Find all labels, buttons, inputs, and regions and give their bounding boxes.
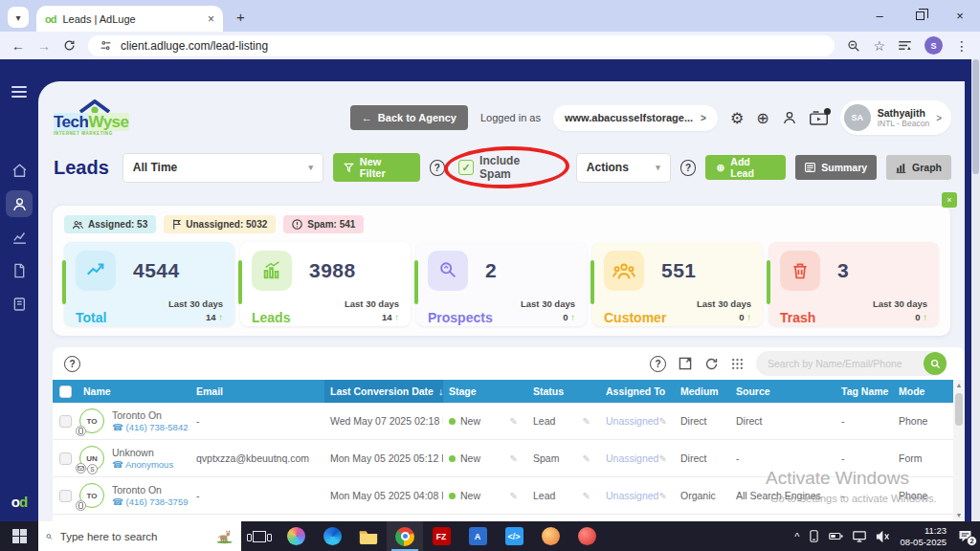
row-checkbox[interactable] — [59, 415, 72, 428]
scrollbar-thumb[interactable] — [955, 393, 963, 426]
tab-close-icon[interactable]: × — [208, 12, 214, 26]
browser-menu-icon[interactable]: ⋮ — [955, 38, 969, 54]
stat-card-trash[interactable]: 3 Trash Last 30 days0 ↑ — [768, 242, 939, 326]
taskbar-search-input[interactable] — [60, 531, 208, 542]
column-header-assigned-to[interactable]: Assigned To — [600, 386, 675, 397]
app-button-3[interactable] — [568, 521, 605, 551]
sidebar-item-documents[interactable] — [6, 257, 33, 284]
graph-button[interactable]: Graph — [886, 155, 951, 180]
browser-tab[interactable]: od Leads | AdLuge × — [36, 6, 223, 32]
edit-pencil-icon[interactable]: ✎ — [510, 416, 527, 427]
table-row[interactable]: TO Toronto On ☎ (416) 738-3759 - Mon May… — [53, 477, 965, 515]
file-explorer-button[interactable] — [350, 521, 387, 551]
expand-icon[interactable] — [679, 357, 692, 370]
scrollbar-thumb[interactable] — [972, 59, 979, 174]
floating-panel-toggle[interactable]: × — [942, 192, 957, 208]
back-to-agency-button[interactable]: ← Back to Agency — [350, 105, 468, 130]
unassigned-badge[interactable]: Unassigned: 5032 — [164, 215, 276, 233]
profile-icon[interactable] — [782, 110, 797, 125]
battery-icon[interactable] — [829, 532, 843, 540]
column-header-source[interactable]: Source — [730, 386, 835, 397]
vscode-button[interactable]: </> — [496, 521, 532, 551]
table-row[interactable]: TO Toronto On ☎ (416) 738-5842 - Wed May… — [53, 403, 965, 440]
stat-card-leads[interactable]: 3988 Leads Last 30 days14 ↑ — [240, 242, 411, 326]
reload-button[interactable] — [63, 39, 76, 52]
bookmark-star-icon[interactable]: ☆ — [873, 38, 885, 54]
summary-button[interactable]: Summary — [795, 155, 877, 180]
taskbar-clock[interactable]: 11:23 08-05-2025 — [900, 525, 947, 548]
scroll-down-icon[interactable]: ▼ — [956, 510, 963, 521]
edit-pencil-icon[interactable]: ✎ — [583, 491, 600, 501]
add-lead-button[interactable]: ⊕ Add Lead — [705, 155, 786, 180]
sidebar-item-home[interactable] — [6, 157, 33, 184]
column-header-email[interactable]: Email — [190, 386, 324, 397]
stat-card-customer[interactable]: 551 Customer Last 30 days0 ↑ — [592, 242, 763, 326]
address-bar[interactable]: client.adluge.com/lead-listing — [88, 35, 835, 56]
search-submit-button[interactable] — [924, 352, 947, 375]
browser-scrollbar[interactable] — [971, 59, 980, 521]
zoom-icon[interactable] — [847, 39, 860, 53]
extension-icon[interactable] — [898, 39, 912, 52]
browser-profile-avatar[interactable]: S — [924, 36, 943, 55]
window-close-button[interactable]: × — [940, 0, 980, 32]
column-header-status[interactable]: Status — [527, 386, 600, 397]
sidebar-item-reports[interactable] — [6, 224, 33, 251]
spam-badge[interactable]: Spam: 541 — [283, 215, 364, 233]
help-icon[interactable]: ? — [650, 356, 666, 372]
stat-card-total[interactable]: 4544 Total Last 30 days14 ↑ — [64, 242, 234, 326]
column-header-stage[interactable]: Stage — [443, 386, 527, 397]
include-spam-checkbox[interactable]: ✓ — [458, 160, 474, 175]
new-filter-button[interactable]: New Filter — [333, 153, 420, 182]
add-circle-icon[interactable]: ⊕ — [756, 109, 768, 127]
column-header-last-conversion-date[interactable]: Last Conversion Date↓ — [324, 380, 443, 403]
app-button-2[interactable] — [532, 521, 568, 551]
filezilla-button[interactable]: FZ — [423, 521, 459, 551]
select-all-checkbox[interactable] — [59, 386, 72, 398]
row-checkbox[interactable] — [59, 490, 72, 502]
account-selector[interactable]: www.abacusselfstorage... > — [553, 105, 718, 131]
back-button[interactable]: ← — [11, 38, 25, 54]
row-checkbox[interactable] — [59, 452, 72, 465]
actions-select[interactable]: Actions ▾ — [576, 153, 671, 183]
forward-button[interactable]: → — [37, 38, 51, 54]
edit-pencil-icon[interactable]: ✎ — [510, 453, 527, 464]
scroll-up-icon[interactable]: ▲ — [956, 380, 963, 391]
taskbar-search[interactable] — [38, 521, 241, 551]
user-menu[interactable]: SA Sathyajith INTL - Beacon > — [840, 100, 951, 135]
menu-hamburger-icon[interactable] — [11, 86, 27, 98]
copilot-button[interactable] — [278, 521, 314, 551]
edge-button[interactable] — [314, 521, 350, 551]
phone-link-icon[interactable] — [809, 530, 819, 542]
settings-gear-icon[interactable]: ⚙ — [730, 109, 744, 127]
video-tutorials-icon[interactable] — [810, 111, 828, 125]
help-icon[interactable]: ? — [680, 160, 697, 176]
sidebar-item-notes[interactable] — [6, 291, 33, 318]
network-icon[interactable] — [853, 531, 866, 542]
help-icon[interactable]: ? — [430, 160, 446, 176]
sidebar-item-leads[interactable] — [6, 190, 33, 217]
lead-phone-link[interactable]: ☎ (416) 738-5842 — [112, 422, 188, 432]
assigned-badge[interactable]: Assigned: 53 — [64, 215, 156, 233]
volume-muted-icon[interactable] — [876, 531, 890, 542]
chrome-button[interactable] — [387, 521, 423, 551]
lead-phone-link[interactable]: ☎ (416) 738-3759 — [112, 496, 188, 507]
window-minimize-button[interactable]: – — [859, 0, 900, 32]
refresh-icon[interactable] — [704, 357, 719, 371]
column-header-medium[interactable]: Medium — [675, 386, 730, 397]
column-header-name[interactable]: Name — [78, 386, 190, 397]
table-scrollbar[interactable]: ▲ ▼ — [953, 380, 965, 521]
app-button-1[interactable]: A — [459, 521, 496, 551]
edit-pencil-icon[interactable]: ✎ — [510, 491, 527, 501]
table-search[interactable] — [756, 351, 947, 376]
tab-search-button[interactable]: ▾ — [8, 7, 29, 28]
grid-columns-icon[interactable] — [731, 358, 744, 370]
tray-expand-icon[interactable]: ^ — [794, 531, 799, 542]
stat-card-prospects[interactable]: 2 Prospects Last 30 days0 ↑ — [416, 242, 587, 326]
edit-pencil-icon[interactable]: ✎ — [583, 416, 600, 427]
column-header-mode[interactable]: Mode — [893, 386, 953, 397]
edit-pencil-icon[interactable]: ✎ — [583, 453, 600, 464]
include-spam-toggle[interactable]: ✓ Include Spam — [455, 154, 557, 181]
table-search-input[interactable] — [768, 358, 924, 369]
notification-center-button[interactable]: 2 — [958, 530, 972, 542]
column-header-tag-name[interactable]: Tag Name — [835, 386, 893, 397]
